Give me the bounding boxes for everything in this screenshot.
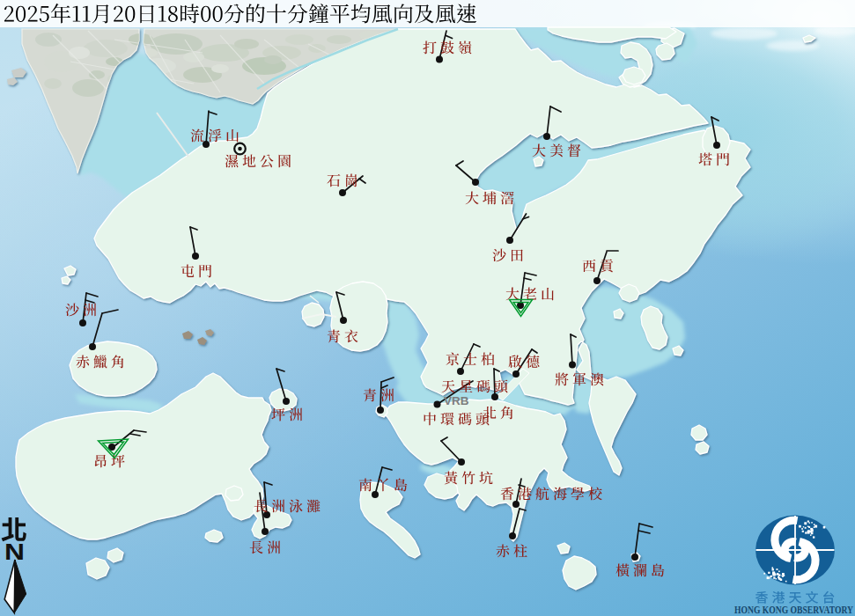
svg-text:HONG KONG OBSERVATORY: HONG KONG OBSERVATORY — [734, 604, 853, 616]
svg-text:VRB: VRB — [444, 394, 469, 407]
